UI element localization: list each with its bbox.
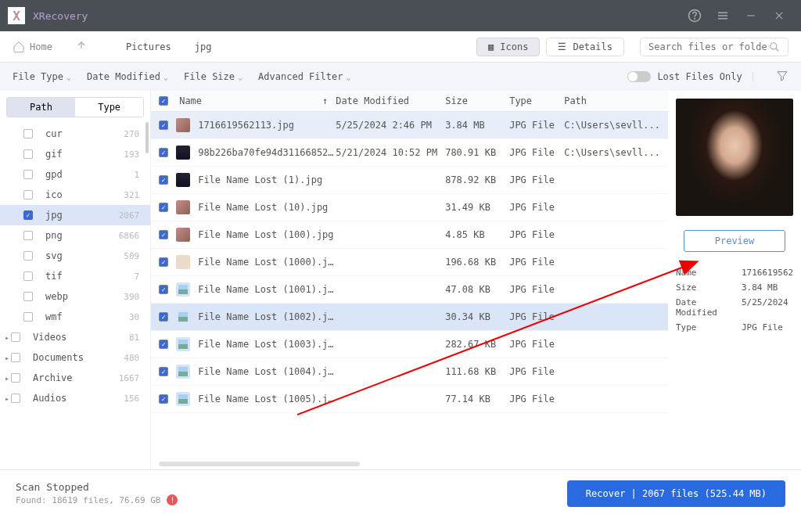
home-button[interactable]: Home: [13, 41, 52, 53]
table-row[interactable]: File Name Lost (100).jpg4.85 KBJPG File: [151, 221, 668, 249]
row-checkbox[interactable]: [159, 120, 168, 130]
checkbox[interactable]: [11, 373, 20, 383]
search-box[interactable]: [640, 38, 788, 56]
sidebar-scrollbar[interactable]: [145, 122, 149, 153]
search-icon: [769, 41, 780, 52]
sidebar-item-Videos[interactable]: ▸Videos81: [0, 327, 150, 347]
h-scrollbar[interactable]: [159, 462, 660, 468]
filter-file-size[interactable]: File Size⌄: [184, 71, 242, 82]
filter-date-modified[interactable]: Date Modified⌄: [87, 71, 168, 82]
col-type[interactable]: Type: [509, 95, 564, 106]
table-row[interactable]: File Name Lost (1000).jpg196.68 KBJPG Fi…: [151, 249, 668, 276]
chevron-down-icon: ⌄: [163, 73, 168, 81]
checkbox[interactable]: [11, 332, 20, 342]
scan-summary: Found: 18619 files, 76.69 GB: [16, 495, 160, 505]
table-row[interactable]: File Name Lost (1003).jpg282.67 KBJPG Fi…: [151, 331, 668, 358]
file-thumbnail: [176, 255, 190, 269]
checkbox[interactable]: [11, 394, 20, 403]
col-size[interactable]: Size: [445, 95, 509, 106]
table-row[interactable]: File Name Lost (1004).jpg111.68 KBJPG Fi…: [151, 358, 668, 386]
table-row[interactable]: 98b226ba70fe94d311668527d01...5/21/2024 …: [151, 139, 668, 167]
checkbox[interactable]: [23, 170, 33, 179]
sidebar-item-wmf[interactable]: wmf30: [0, 307, 150, 327]
table-row[interactable]: File Name Lost (10).jpg31.49 KBJPG File: [151, 194, 668, 221]
table-row[interactable]: File Name Lost (1001).jpg47.08 KBJPG Fil…: [151, 276, 668, 304]
col-path[interactable]: Path: [564, 95, 660, 106]
checkbox[interactable]: [23, 190, 33, 200]
sidebar-item-png[interactable]: png6866: [0, 225, 150, 246]
row-checkbox[interactable]: [159, 340, 168, 349]
tab-path[interactable]: Path: [7, 98, 75, 117]
funnel-icon[interactable]: [776, 70, 788, 84]
sidebar-item-ico[interactable]: ico321: [0, 185, 150, 205]
expand-icon[interactable]: ▸: [5, 354, 9, 362]
expand-icon[interactable]: ▸: [5, 333, 9, 342]
sidebar-item-webp[interactable]: webp390: [0, 286, 150, 307]
menu-icon[interactable]: [712, 5, 734, 27]
help-icon[interactable]: [684, 5, 706, 27]
file-thumbnail: [176, 173, 190, 187]
table-row[interactable]: File Name Lost (1002).jpg30.34 KBJPG Fil…: [151, 304, 668, 331]
lost-files-toggle[interactable]: [627, 71, 651, 82]
expand-icon[interactable]: ▸: [5, 394, 9, 403]
tab-type[interactable]: Type: [75, 98, 143, 117]
file-thumbnail: [176, 228, 190, 242]
row-checkbox[interactable]: [159, 367, 168, 376]
recover-button[interactable]: Recover | 2067 files (525.44 MB): [567, 480, 785, 507]
chevron-down-icon: ⌄: [238, 73, 242, 81]
checkbox[interactable]: [23, 312, 33, 322]
col-date[interactable]: Date Modified: [336, 95, 445, 106]
sidebar-item-Audios[interactable]: ▸Audios156: [0, 388, 150, 408]
sidebar-item-svg[interactable]: svg509: [0, 246, 150, 266]
row-checkbox[interactable]: [159, 394, 168, 404]
checkbox[interactable]: [23, 251, 33, 261]
file-thumbnail: [176, 310, 190, 324]
table-row[interactable]: 1716619562113.jpg5/25/2024 2:46 PM3.84 M…: [151, 112, 668, 139]
view-icons-button[interactable]: ▦Icons: [476, 38, 540, 56]
row-checkbox[interactable]: [159, 285, 168, 294]
close-icon[interactable]: [768, 5, 790, 27]
home-icon: [13, 41, 25, 53]
sidebar-item-cur[interactable]: cur270: [0, 124, 150, 144]
row-checkbox[interactable]: [159, 312, 168, 322]
lost-files-label: Lost Files Only: [657, 71, 742, 82]
search-input[interactable]: [648, 41, 769, 52]
row-checkbox[interactable]: [159, 257, 168, 267]
warning-icon[interactable]: !: [167, 494, 178, 505]
header-checkbox[interactable]: [159, 96, 168, 106]
sidebar-item-Documents[interactable]: ▸Documents480: [0, 347, 150, 368]
checkbox[interactable]: [23, 271, 33, 281]
sidebar-item-Archive[interactable]: ▸Archive1667: [0, 368, 150, 388]
checkbox[interactable]: [23, 210, 33, 220]
col-name[interactable]: Name: [179, 95, 202, 106]
row-checkbox[interactable]: [159, 203, 168, 212]
minimize-icon[interactable]: [740, 5, 762, 27]
sort-up-icon[interactable]: ↑: [322, 95, 328, 106]
sidebar-item-tif[interactable]: tif7: [0, 266, 150, 286]
filter-advanced[interactable]: Advanced Filter⌄: [258, 71, 350, 82]
checkbox[interactable]: [23, 149, 33, 159]
file-thumbnail: [176, 146, 190, 160]
checkbox[interactable]: [23, 129, 33, 138]
row-checkbox[interactable]: [159, 230, 168, 239]
checkbox[interactable]: [23, 292, 33, 301]
chevron-down-icon: ⌄: [346, 73, 350, 81]
checkbox[interactable]: [11, 353, 20, 362]
scan-status: Scan Stopped: [16, 481, 178, 493]
row-checkbox[interactable]: [159, 175, 168, 185]
checkbox[interactable]: [23, 231, 33, 240]
filter-file-type[interactable]: File Type⌄: [13, 71, 71, 82]
preview-image: [676, 99, 793, 216]
expand-icon[interactable]: ▸: [5, 374, 9, 383]
sidebar-item-gpd[interactable]: gpd1: [0, 164, 150, 185]
breadcrumb-0[interactable]: Pictures: [126, 41, 171, 52]
preview-button[interactable]: Preview: [684, 230, 785, 252]
sidebar-item-jpg[interactable]: jpg2067: [0, 205, 150, 225]
table-row[interactable]: File Name Lost (1).jpg878.92 KBJPG File: [151, 167, 668, 194]
sidebar-item-gif[interactable]: gif193: [0, 144, 150, 164]
row-checkbox[interactable]: [159, 148, 168, 157]
table-row[interactable]: File Name Lost (1005).jpg77.14 KBJPG Fil…: [151, 386, 668, 413]
view-details-button[interactable]: ☰Details: [546, 38, 624, 56]
up-icon[interactable]: [76, 39, 87, 54]
breadcrumb-1[interactable]: jpg: [195, 41, 212, 52]
